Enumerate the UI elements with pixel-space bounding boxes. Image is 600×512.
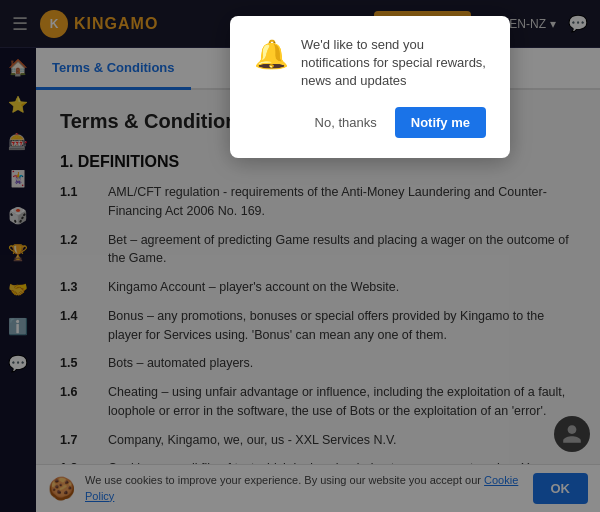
modal-actions: No, thanks Notify me — [254, 107, 486, 138]
no-thanks-button[interactable]: No, thanks — [307, 107, 385, 138]
notify-me-button[interactable]: Notify me — [395, 107, 486, 138]
bell-icon: 🔔 — [254, 38, 289, 71]
modal-body-text: We'd like to send you notifications for … — [301, 36, 486, 91]
modal-header: 🔔 We'd like to send you notifications fo… — [254, 36, 486, 91]
notification-modal-overlay: 🔔 We'd like to send you notifications fo… — [0, 0, 600, 512]
notification-modal: 🔔 We'd like to send you notifications fo… — [230, 16, 510, 158]
